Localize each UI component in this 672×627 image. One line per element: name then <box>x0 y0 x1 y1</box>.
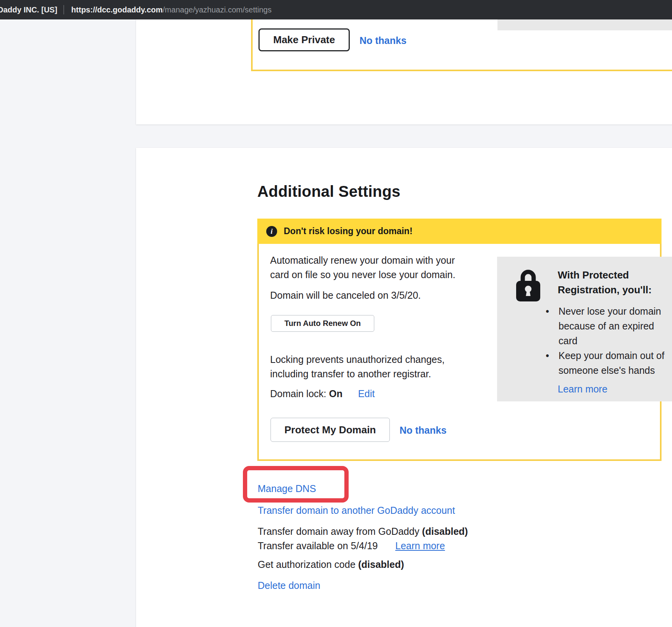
auto-renew-text: Automatically renew your domain with you… <box>270 253 466 282</box>
transfer-away-text: Transfer domain away from GoDaddy <box>258 526 422 537</box>
domain-lock-edit-link[interactable]: Edit <box>358 388 375 399</box>
additional-settings-card: Additional Settings i Don't risk losing … <box>136 148 672 627</box>
privacy-no-thanks-link[interactable]: No thanks <box>360 35 407 46</box>
protected-registration-panel: With Protected Registration, you'll: Nev… <box>497 257 672 401</box>
browser-address-bar[interactable]: Daddy INC. [US] https://dcc.godaddy.com/… <box>0 0 672 19</box>
promo-bullet: Never lose your domain because of an exp… <box>546 304 672 348</box>
lock-icon <box>516 267 540 303</box>
get-auth-code-row: Get authorization code (disabled) <box>258 557 404 571</box>
callout-header: i Don't risk losing your domain! <box>257 219 662 244</box>
manage-dns-link[interactable]: Manage DNS <box>258 482 316 496</box>
transfer-away-disabled: (disabled) <box>422 526 468 537</box>
make-private-button[interactable]: Make Private <box>258 28 350 51</box>
transfer-available-text: Transfer available on 5/4/19 <box>258 539 378 553</box>
protect-my-domain-button[interactable]: Protect My Domain <box>271 418 390 442</box>
promo-heading: With Protected Registration, you'll: <box>558 268 663 297</box>
url-path: /manage/yazhuazi.com/settings <box>163 5 272 14</box>
url-domain: https://dcc.godaddy.com <box>71 5 162 14</box>
privacy-callout-bottom-border <box>251 70 672 71</box>
domain-lock-row: Domain lock: On Edit <box>270 387 375 401</box>
get-auth-disabled: (disabled) <box>358 559 404 570</box>
address-separator <box>63 5 64 14</box>
privacy-callout-left-border <box>251 19 253 71</box>
domain-lock-value: On <box>329 388 342 399</box>
cancel-date-text: Domain will be canceled on 3/5/20. <box>270 288 503 303</box>
get-auth-text: Get authorization code <box>258 559 358 570</box>
domain-lock-label: Domain lock: <box>270 388 326 399</box>
transfer-to-account-link[interactable]: Transfer domain to another GoDaddy accou… <box>258 503 455 517</box>
security-badge: Daddy INC. [US] <box>0 5 57 14</box>
protect-no-thanks-link[interactable]: No thanks <box>400 425 447 436</box>
turn-auto-renew-on-button[interactable]: Turn Auto Renew On <box>271 315 374 332</box>
page: Daddy INC. [US] https://dcc.godaddy.com/… <box>0 0 672 627</box>
page-title: Additional Settings <box>257 183 400 200</box>
privacy-promo-panel-edge <box>497 19 672 30</box>
delete-domain-link[interactable]: Delete domain <box>258 578 320 592</box>
promo-learn-more-link[interactable]: Learn more <box>558 384 607 395</box>
url-text: https://dcc.godaddy.com/manage/yazhuazi.… <box>71 5 271 14</box>
promo-bullet: Keep your domain out of someone else's h… <box>546 348 672 378</box>
transfer-away-row: Transfer domain away from GoDaddy (disab… <box>258 524 468 538</box>
promo-bullet-list: Never lose your domain because of an exp… <box>546 304 672 378</box>
info-icon: i <box>266 226 277 237</box>
transfer-learn-more-link[interactable]: Learn more <box>395 539 445 553</box>
privacy-card: Make Private No thanks <box>136 19 672 124</box>
callout-title: Don't risk losing your domain! <box>284 226 412 236</box>
locking-text: Locking prevents unauthorized changes, i… <box>270 352 453 381</box>
